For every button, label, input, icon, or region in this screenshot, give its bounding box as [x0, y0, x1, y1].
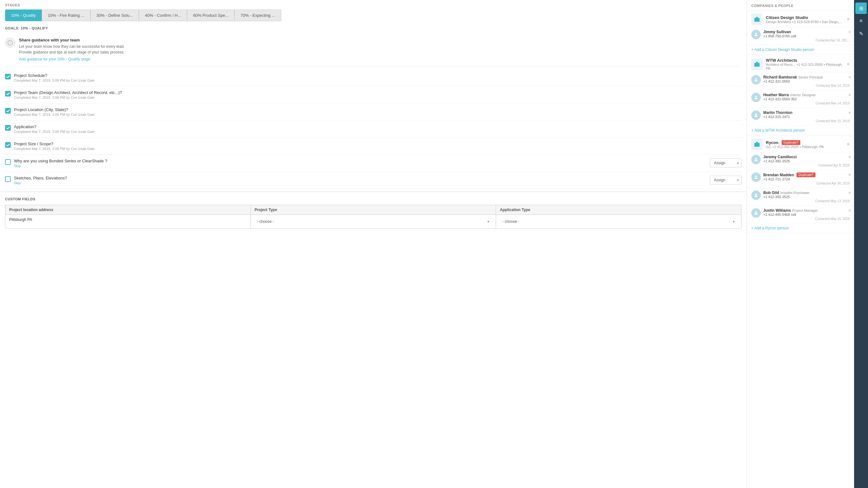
checkbox-application[interactable]	[5, 125, 11, 131]
svg-point-13	[755, 211, 757, 213]
custom-field-project-type: Project Type- choose -	[251, 205, 496, 228]
stage-tab-expecting[interactable]: 70% - Expecting ...	[235, 9, 281, 21]
sidebar-title: COMPANIES & PEOPLE	[747, 0, 854, 10]
person-row-martin-thornton: Martin Thornton+1 412-315-2471Contacted …	[747, 108, 854, 125]
guidance-title: Share guidance with your team	[19, 38, 125, 42]
person-avatar-bob-gild	[751, 190, 761, 200]
checklist-item-label-bonded-series: Why are you using Bonded Series or Clear…	[14, 158, 707, 163]
building-icon-wtw-architects	[751, 59, 763, 70]
company-close-wtw-architects[interactable]: ×	[847, 62, 850, 67]
person-avatar-justin-williams	[751, 208, 761, 218]
custom-field-header-application-type: Application Type	[496, 205, 741, 215]
list-icon[interactable]: ≡	[855, 15, 867, 27]
person-row-brendan-madden: Brendan MaddenDuplicate?+1 412-721-2724C…	[747, 170, 854, 188]
guidance-content: Share guidance with your team Let your t…	[19, 38, 125, 61]
svg-point-4	[755, 33, 757, 34]
custom-fields-label: CUSTOM FIELDS	[5, 197, 741, 201]
person-contacted-heather-marra: Contacted Mar 14, 2019	[763, 101, 850, 105]
skip-sketches[interactable]: Skip	[14, 181, 707, 185]
person-contacted-martin-thornton: Contacted Mar 15, 2019	[763, 119, 850, 123]
custom-field-input-project-location-address[interactable]	[9, 217, 247, 222]
stage-tab-confirm-h[interactable]: 40% - Confirm / H...	[139, 9, 187, 21]
person-name-martin-thornton: Martin Thornton	[763, 111, 793, 115]
person-name-jeremy-camillocci: Jeremy Camillocci	[763, 155, 797, 159]
custom-field-select-application-type[interactable]: - choose -	[500, 217, 737, 226]
checkbox-project-size[interactable]	[5, 142, 11, 148]
guidance-link[interactable]: Add guidance for your 10% - Qualify stag…	[19, 57, 125, 61]
grid-icon[interactable]: ⊞	[855, 3, 867, 14]
checkbox-project-location[interactable]	[5, 108, 11, 114]
stage-tab-qualify[interactable]: 10% - Qualify	[5, 9, 42, 21]
duplicate-badge-rycon: Duplicate?	[782, 140, 800, 145]
checklist-item-meta-project-location: Completed Mar 7, 2019, 3:06 PM by Cori I…	[14, 113, 741, 117]
company-header-rycon: RyconDuplicate?GC +1 412-392-2525 • Pitt…	[747, 135, 854, 152]
person-row-richard-bamburak: Richard BamburakSenior Principal+1 412-3…	[747, 72, 854, 90]
svg-point-6	[755, 78, 757, 80]
person-close-richard-bamburak[interactable]: ×	[848, 75, 851, 80]
person-row-jimmy-sullivan: Jimmy Sullivan+1 858-750-0765 cellContac…	[747, 27, 854, 44]
person-close-jeremy-camillocci[interactable]: ×	[848, 155, 851, 159]
custom-field-select-wrapper-project-type: - choose -	[255, 217, 492, 226]
custom-field-header-project-location-address: Project location address	[5, 205, 251, 215]
guidance-box: Share guidance with your team Let your t…	[5, 34, 741, 67]
main-content: STAGES 10% - Qualify10% - Fire Rating ..…	[0, 0, 747, 488]
person-row-heather-marra: Heather MarraInterior Designer+1 412-321…	[747, 90, 854, 108]
goals-section: GOALS: 10% - QUALIFY Share guidance with…	[0, 21, 747, 189]
checklist-item-meta-application: Completed Mar 7, 2019, 3:06 PM by Cori I…	[14, 130, 741, 133]
company-header-wtw-architects: WTW ArchitectsArchitect of Reco... +1 41…	[747, 55, 854, 72]
person-close-martin-thornton[interactable]: ×	[848, 111, 851, 115]
checkbox-project-schedule[interactable]	[5, 74, 11, 80]
assign-select-bonded-series[interactable]: Assign	[710, 158, 741, 167]
checkbox-bonded-series[interactable]	[5, 159, 11, 165]
custom-field-select-project-type[interactable]: - choose -	[255, 217, 492, 226]
person-close-brendan-madden[interactable]: ×	[848, 173, 851, 177]
checklist-item-project-schedule: Project Schedule?Completed Mar 7, 2019, …	[5, 69, 741, 86]
add-person-link-rycon[interactable]: + Add a Rycon person	[747, 223, 854, 233]
person-phone-jimmy-sullivan: +1 858-750-0765 cell	[763, 34, 850, 38]
person-phone-martin-thornton: +1 412-315-2471	[763, 115, 850, 119]
company-header-citizen-design: Citizen Design StudioDesign Architect +1…	[747, 10, 854, 27]
person-phone-bob-gild: +1 412-392-2525	[763, 195, 850, 199]
assign-select-sketches[interactable]: Assign	[710, 176, 741, 184]
checkbox-project-team[interactable]	[5, 91, 11, 96]
company-close-citizen-design[interactable]: ×	[847, 17, 850, 22]
checklist: Project Schedule?Completed Mar 7, 2019, …	[5, 69, 741, 189]
goals-label: GOALS: 10% - QUALIFY	[5, 26, 741, 30]
person-contacted-brendan-madden: Contacted Apr 30, 2019	[763, 182, 850, 185]
person-role-bob-gild: Installer-Purchaser	[780, 191, 809, 195]
person-avatar-jeremy-camillocci	[751, 155, 761, 164]
stage-tab-fire-rating[interactable]: 10% - Fire Rating ...	[42, 9, 90, 21]
person-close-jimmy-sullivan[interactable]: ×	[848, 30, 851, 34]
edit-icon[interactable]: ✎	[855, 28, 867, 39]
stage-tab-define-solu[interactable]: 30% - Define Solu...	[90, 9, 139, 21]
stages-section: STAGES 10% - Qualify10% - Fire Rating ..…	[0, 0, 747, 21]
svg-point-8	[755, 114, 757, 115]
stage-tab-product-spe[interactable]: 60% Product Spe...	[187, 9, 235, 21]
person-contacted-jeremy-camillocci: Contacted Apr 8, 2019	[763, 163, 850, 167]
person-name-heather-marra: Heather Marra	[763, 93, 789, 97]
person-avatar-martin-thornton	[751, 111, 761, 120]
person-phone-richard-bamburak: +1 412-321-0550	[763, 80, 850, 83]
building-icon-rycon	[751, 139, 763, 150]
skip-bonded-series[interactable]: Skip	[14, 164, 707, 168]
guidance-icon	[5, 38, 15, 48]
checklist-item-meta-project-team: Completed Mar 7, 2019, 3:06 PM by Cori I…	[14, 96, 741, 99]
person-duplicate-badge-brendan-madden: Duplicate?	[797, 173, 815, 177]
person-close-heather-marra[interactable]: ×	[848, 93, 851, 97]
add-person-link-citizen-design[interactable]: + Add a Citizen Design Studio person	[747, 44, 854, 55]
person-close-justin-williams[interactable]: ×	[848, 208, 851, 213]
checkbox-sketches[interactable]	[5, 176, 11, 182]
add-person-link-wtw-architects[interactable]: + Add a WTW Architects person	[747, 125, 854, 135]
person-close-bob-gild[interactable]: ×	[848, 190, 851, 195]
svg-point-10	[755, 158, 757, 159]
company-sub-citizen-design: Design Architect +1 619-528-8760 • San D…	[766, 20, 844, 24]
company-close-rycon[interactable]: ×	[847, 142, 850, 147]
checklist-item-label-project-location: Project Location (City, State)?	[14, 107, 741, 112]
company-card-wtw-architects: WTW ArchitectsArchitect of Reco... +1 41…	[747, 55, 854, 135]
person-avatar-brendan-madden	[751, 173, 761, 182]
person-role-heather-marra: Interior Designer	[790, 93, 816, 97]
svg-point-12	[755, 194, 757, 195]
person-role-justin-williams: Project Manager	[792, 209, 818, 212]
person-contacted-richard-bamburak: Contacted Mar 14, 2019	[763, 84, 850, 87]
person-name-jimmy-sullivan: Jimmy Sullivan	[763, 30, 791, 34]
